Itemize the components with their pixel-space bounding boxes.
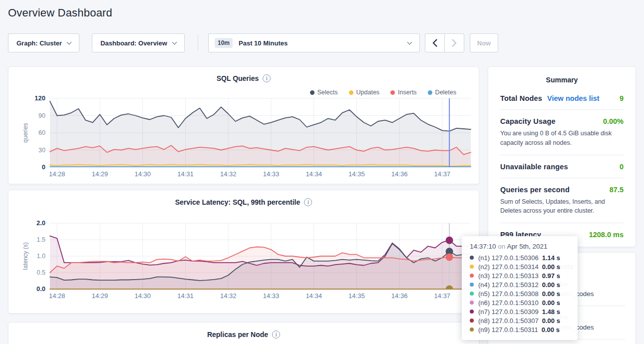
- p99-latency-value: 1208.0 ms: [589, 231, 624, 239]
- svg-text:0.0: 0.0: [36, 285, 45, 293]
- chevron-left-icon: [432, 39, 437, 47]
- series-dot-icon: [470, 301, 474, 305]
- tooltip-node-row: (n6) 127.0.0.1:503100.00 s: [470, 298, 570, 307]
- summary-heading: Summary: [488, 76, 636, 84]
- tooltip-node-label: (n9) 127.0.0.1:50311: [478, 326, 538, 334]
- now-button[interactable]: Now: [470, 33, 498, 52]
- tooltip-node-label: (n3) 127.0.0.1:50313: [478, 272, 539, 280]
- svg-text:14:28: 14:28: [49, 292, 65, 300]
- summary-row-qps: Queries per second 87.5 Sum of Selects, …: [500, 178, 624, 224]
- service-latency-chart[interactable]: 0.00.51.01.52.014:2814:2914:3014:3114:32…: [8, 190, 480, 314]
- tooltip-node-label: (n1) 127.0.0.1:50306: [478, 254, 539, 262]
- chevron-right-icon: [452, 39, 457, 47]
- tooltip-node-label: (n6) 127.0.0.1:50310: [478, 299, 539, 307]
- info-icon[interactable]: i: [272, 331, 280, 339]
- svg-text:14:30: 14:30: [134, 292, 151, 300]
- qps-value: 87.5: [610, 186, 624, 194]
- capacity-usage-label: Capacity Usage: [500, 117, 556, 125]
- tooltip-node-value: 1.14 s: [542, 254, 560, 262]
- summary-row-total-nodes: Total Nodes View nodes list 9: [500, 87, 624, 110]
- svg-text:14:33: 14:33: [263, 170, 280, 178]
- svg-text:14:35: 14:35: [348, 170, 365, 178]
- svg-text:14:28: 14:28: [49, 170, 65, 178]
- chart-title: Service Latency: SQL, 99th percentile: [175, 198, 301, 206]
- legend-item: Updates: [349, 89, 380, 96]
- series-dot-icon: [470, 283, 474, 287]
- legend-item: Deletes: [428, 89, 456, 96]
- series-dot-icon: [428, 90, 432, 95]
- svg-text:90: 90: [38, 112, 45, 119]
- capacity-usage-desc: You are using 0 B of 4.5 GiB usable disk…: [500, 129, 625, 148]
- svg-text:14:37: 14:37: [434, 292, 451, 300]
- time-next-button[interactable]: [444, 33, 464, 52]
- svg-text:14:33: 14:33: [263, 292, 280, 300]
- tooltip-node-label: (n7) 127.0.0.1:50309: [478, 308, 539, 316]
- series-dot-icon: [470, 274, 474, 278]
- time-range-label: Past 10 Minutes: [239, 39, 288, 47]
- series-dot-icon: [349, 90, 353, 95]
- chart-title: Replicas per Node: [207, 331, 268, 339]
- chart-title: SQL Queries: [217, 74, 259, 82]
- tooltip-node-row: (n3) 127.0.0.1:503130.97 s: [470, 271, 570, 280]
- time-prev-button[interactable]: [425, 33, 445, 52]
- tooltip-node-value: 0.00 s: [542, 299, 560, 307]
- chevron-down-icon: [407, 39, 412, 44]
- sql-queries-legend: SelectsUpdatesInsertsDeletes: [310, 89, 456, 96]
- total-nodes-label: Total Nodes: [500, 94, 542, 102]
- tooltip-node-label: (n4) 127.0.0.1:50312: [478, 281, 539, 289]
- legend-label: Updates: [356, 89, 380, 96]
- info-icon[interactable]: i: [263, 74, 271, 82]
- legend-label: Deletes: [435, 89, 456, 96]
- time-range-selector[interactable]: 10m Past 10 Minutes: [208, 33, 420, 52]
- svg-text:latency (s): latency (s): [22, 242, 29, 270]
- series-dot-icon: [470, 265, 474, 269]
- time-range-badge: 10m: [215, 38, 233, 48]
- tooltip-node-label: (n8) 127.0.0.1:50307: [478, 317, 539, 325]
- legend-item: Selects: [310, 89, 338, 96]
- service-latency-card: Service Latency: SQL, 99th percentile i …: [8, 190, 479, 314]
- svg-text:14:32: 14:32: [220, 170, 237, 178]
- graph-dropdown[interactable]: Graph: Cluster: [8, 33, 79, 52]
- svg-text:14:36: 14:36: [391, 292, 408, 300]
- summary-panel: Summary Total Nodes View nodes list 9 Ca…: [488, 66, 636, 247]
- chevron-down-icon: [67, 39, 72, 44]
- series-dot-icon: [470, 310, 474, 314]
- sql-queries-chart[interactable]: 030609012014:2814:2914:3014:3114:3214:33…: [8, 67, 480, 185]
- tooltip-node-value: 0.00 s: [542, 281, 560, 289]
- view-nodes-list-link[interactable]: View nodes list: [547, 94, 600, 102]
- sql-queries-card: SQL Queries i SelectsUpdatesInsertsDelet…: [8, 66, 479, 184]
- series-dot-icon: [390, 90, 395, 95]
- tooltip-node-value: 0.97 s: [542, 272, 560, 280]
- svg-text:14:32: 14:32: [220, 292, 237, 300]
- svg-text:14:31: 14:31: [177, 170, 194, 178]
- unavailable-ranges-label: Unavailable ranges: [500, 163, 568, 171]
- tooltip-node-row: (n2) 127.0.0.1:503140.00 s: [470, 262, 570, 271]
- tooltip-node-label: (n5) 127.0.0.1:50308: [478, 290, 539, 298]
- chevron-down-icon: [172, 39, 177, 44]
- tooltip-node-row: (n4) 127.0.0.1:503120.00 s: [470, 280, 570, 289]
- svg-text:queries: queries: [22, 123, 29, 142]
- total-nodes-value: 9: [620, 94, 624, 102]
- legend-item: Inserts: [390, 89, 417, 96]
- tooltip-node-row: (n1) 127.0.0.1:503061.14 s: [470, 253, 570, 262]
- svg-text:14:29: 14:29: [92, 292, 108, 300]
- svg-text:120: 120: [34, 94, 45, 102]
- svg-text:14:29: 14:29: [92, 170, 108, 178]
- dashboard-dropdown[interactable]: Dashboard: Overview: [92, 33, 185, 52]
- tooltip-node-value: 0.00 s: [542, 317, 560, 325]
- summary-row-unavailable: Unavailable ranges 0: [500, 155, 624, 178]
- svg-text:14:31: 14:31: [177, 292, 194, 300]
- svg-text:1.0: 1.0: [37, 253, 45, 260]
- svg-text:14:34: 14:34: [306, 292, 322, 300]
- series-dot-icon: [470, 328, 474, 332]
- tooltip-node-row: (n5) 127.0.0.1:503080.00 s: [470, 289, 570, 298]
- tooltip-node-row: (n9) 127.0.0.1:503110.00 s: [470, 325, 570, 334]
- unavailable-ranges-value: 0: [620, 163, 624, 171]
- svg-text:60: 60: [38, 129, 45, 136]
- series-dot-icon: [470, 292, 474, 296]
- chart-hover-tooltip: 14:37:10 on Apr 5th, 2021 (n1) 127.0.0.1…: [462, 236, 578, 340]
- tooltip-node-value: 0.00 s: [542, 290, 560, 298]
- now-button-label: Now: [477, 39, 491, 47]
- info-icon[interactable]: i: [304, 198, 312, 206]
- capacity-usage-value: 0.00%: [603, 117, 624, 125]
